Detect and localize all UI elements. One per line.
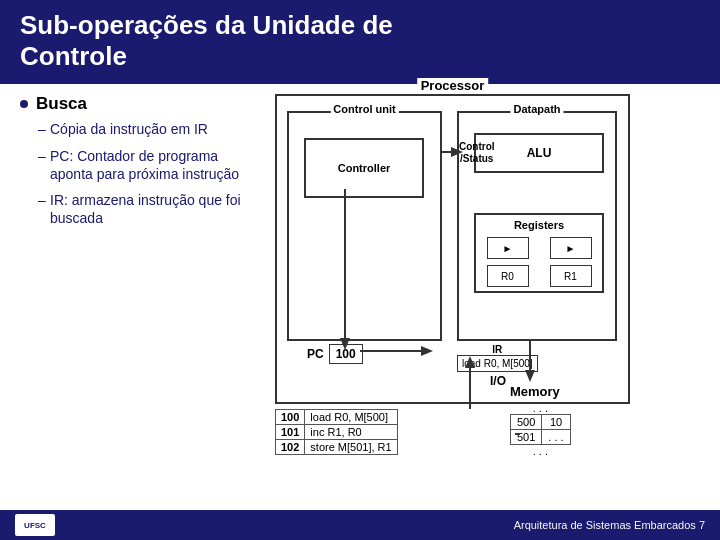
ir-label: IR bbox=[492, 344, 502, 355]
mem-val-cell: . . . bbox=[542, 430, 570, 445]
register-cell-1: ► bbox=[487, 237, 529, 259]
controller-box: Controller bbox=[304, 138, 424, 198]
instruction-table: 100 load R0, M[500] 101 inc R1, R0 102 s… bbox=[275, 409, 398, 455]
table-row: 100 load R0, M[500] bbox=[276, 410, 398, 425]
pc-area: PC 100 bbox=[307, 344, 363, 364]
registers-label: Registers bbox=[476, 215, 602, 231]
diagram-area: Processor Control unit Controller Datapa… bbox=[270, 94, 720, 509]
pc-label: PC bbox=[307, 347, 324, 361]
ir-area: IR load R0, M[500] bbox=[457, 344, 538, 372]
table-row: 101 inc R1, R0 bbox=[276, 425, 398, 440]
datapath-label: Datapath bbox=[510, 103, 563, 115]
ir-value: load R0, M[500] bbox=[457, 355, 538, 372]
processor-box: Processor Control unit Controller Datapa… bbox=[275, 94, 630, 404]
controller-label: Controller bbox=[338, 162, 391, 174]
addr-cell: 101 bbox=[276, 425, 305, 440]
memory-table: 500 10 501 . . . bbox=[510, 414, 571, 445]
mem-val-cell: 10 bbox=[542, 415, 570, 430]
title-line1: Sub-operações da Unidade de bbox=[20, 10, 393, 40]
instr-cell: store M[501], R1 bbox=[305, 440, 397, 455]
sub-items-list: Cópia da instrução em IR PC: Contador de… bbox=[20, 120, 260, 227]
list-item: IR: armazena instrução que foi buscada bbox=[38, 191, 260, 227]
footer-logo: UFSC bbox=[15, 514, 55, 536]
register-cell-r0: R0 bbox=[487, 265, 529, 287]
page-header: Sub-operações da Unidade de Controle bbox=[0, 0, 720, 84]
table-row: 501 . . . bbox=[511, 430, 571, 445]
left-panel: Busca Cópia da instrução em IR PC: Conta… bbox=[0, 94, 270, 509]
processor-label: Processor bbox=[417, 78, 489, 93]
list-item: Cópia da instrução em IR bbox=[38, 120, 260, 138]
mem-addr-cell: 500 bbox=[511, 415, 542, 430]
bullet-icon bbox=[20, 100, 28, 108]
memory-label: Memory bbox=[510, 384, 571, 399]
list-item: PC: Contador de programa aponta para pró… bbox=[38, 147, 260, 183]
page-footer: UFSC Arquitetura de Sistemas Embarcados … bbox=[0, 510, 720, 540]
registers-row-1: ► ► bbox=[476, 237, 602, 259]
main-content: Busca Cópia da instrução em IR PC: Conta… bbox=[0, 84, 720, 509]
mem-addr-cell: 501 bbox=[511, 430, 542, 445]
instr-cell: load R0, M[500] bbox=[305, 410, 397, 425]
register-cell-r1: R1 bbox=[550, 265, 592, 287]
io-label: I/O bbox=[490, 374, 506, 388]
instr-cell: inc R1, R0 bbox=[305, 425, 397, 440]
table-row: 500 10 bbox=[511, 415, 571, 430]
footer-left: UFSC bbox=[15, 514, 55, 536]
register-cell-2: ► bbox=[550, 237, 592, 259]
table-row: 102 store M[501], R1 bbox=[276, 440, 398, 455]
memory-section: Memory . . . 500 10 501 . . . . . . bbox=[510, 384, 571, 457]
alu-label: ALU bbox=[527, 146, 552, 160]
bullet-main: Busca bbox=[20, 94, 260, 114]
registers-box: Registers ► ► R0 R1 bbox=[474, 213, 604, 293]
control-status-label: Control /Status bbox=[459, 141, 495, 165]
footer-course-text: Arquitetura de Sistemas Embarcados 7 bbox=[514, 519, 705, 531]
pc-value: 100 bbox=[329, 344, 363, 364]
registers-row-2: R0 R1 bbox=[476, 265, 602, 287]
addr-cell: 102 bbox=[276, 440, 305, 455]
control-unit-box: Control unit Controller bbox=[287, 111, 442, 341]
control-unit-label: Control unit bbox=[330, 103, 398, 115]
addr-cell: 100 bbox=[276, 410, 305, 425]
title-line2: Controle bbox=[20, 41, 127, 71]
